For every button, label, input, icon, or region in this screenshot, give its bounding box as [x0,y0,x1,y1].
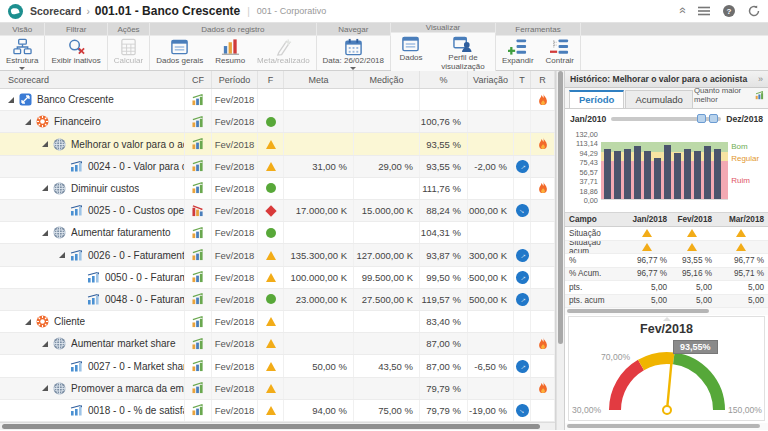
indicator-icon [87,272,100,283]
column-header-t[interactable]: T [514,71,531,88]
table-row[interactable]: 0024 - 0 - Valor para o acionista (SVA)F… [0,156,555,178]
tree-expand-caret[interactable] [25,119,31,125]
table-vertical-scrollbar[interactable] [556,71,564,430]
table-row[interactable]: 0026 - 0 - FaturamentoFev/2018135.300,00… [0,244,555,266]
objective-icon [53,182,66,195]
history-table-row[interactable]: Situação acum. [565,241,768,255]
column-header-varia-o[interactable]: Variação [468,71,514,88]
objective-icon [53,226,66,239]
tree-expand-caret[interactable] [42,385,48,391]
trend-up-chart-icon [185,89,212,110]
history-column-3[interactable]: Mar/2018 [717,213,768,226]
medicao-cell [354,111,420,132]
column-header-per-odo[interactable]: Período [212,71,258,88]
history-bar [684,149,691,199]
help-icon[interactable]: ? [723,5,735,17]
history-bar [614,151,621,199]
farol-cell [258,178,284,199]
table-row[interactable]: Diminuir custosFev/2018111,76 % [0,178,555,200]
table-row[interactable]: Banco CrescenteFev/2018 [0,89,555,111]
table-row[interactable]: 0048 - 0 - Faturamento de outras fontesF… [0,289,555,311]
indicator-icon [70,161,83,172]
table-row[interactable]: 0018 - 0 - % de satisfação dos clientesF… [0,400,555,422]
column-header-%[interactable]: % [420,71,468,88]
history-table-row[interactable]: Situação [565,227,768,241]
exibir-inativos-button[interactable]: Exibir inativos [45,36,106,70]
dados-gerais-button[interactable]: Dados gerais [150,36,209,70]
tree-expand-caret[interactable] [59,252,65,258]
trend-up-chart-icon [185,156,212,177]
tree-expand-caret[interactable] [8,97,14,103]
dados-button[interactable]: Dados [391,33,431,72]
history-column-0[interactable]: Campo [565,213,627,226]
column-header-meta[interactable]: Meta [284,71,354,88]
app-logo-icon [8,4,23,19]
slider-handle-right[interactable] [709,114,718,123]
tab-acumulado[interactable]: Acumulado [625,90,693,108]
table-row[interactable]: Melhorar o valor para o acionistaFev/201… [0,133,555,155]
column-header-r[interactable]: R [531,71,555,88]
tendency-up-icon: → [514,357,531,375]
history-table-scrollbar[interactable] [565,308,768,315]
history-panel: Histórico: Melhorar o valor para o acion… [564,71,768,430]
column-header-scorecard[interactable]: Scorecard [0,71,185,88]
percent-cell: 88,24 % [420,200,468,221]
list-menu-icon[interactable] [698,6,710,16]
history-table-row[interactable]: %96,77 %93,55 %96,77 % [565,254,768,268]
history-column-1[interactable]: Jan/2018 [627,213,672,226]
breadcrumb-app[interactable]: Scorecard [30,5,81,17]
tab-periodo[interactable]: Período [569,90,624,108]
table-row[interactable]: Aumentar market shareFev/201887,00 % [0,333,555,355]
medicao-cell: 27.500,00 K [354,289,420,310]
table-horizontal-scrollbar[interactable] [0,422,555,430]
table-row[interactable]: FinanceiroFev/2018100,76 % [0,111,555,133]
tendency-cell [514,311,531,332]
status-yellow-triangle-icon [687,229,697,237]
flame-icon [537,181,549,195]
tendency-cell: → [514,156,531,177]
tree-expand-caret[interactable] [42,185,48,191]
table-row[interactable]: ClienteFev/201883,40 % [0,311,555,333]
slider-handle-left[interactable] [697,114,706,123]
expandir-button[interactable]: Expandir [496,36,540,70]
legend-bom: Bom [731,142,747,151]
table-row[interactable]: Promover a marca da empresaFev/201879,79… [0,378,555,400]
panel-bottom-scrollbar[interactable] [565,423,768,430]
estrutura-button[interactable]: Estrutura [0,36,44,70]
variacao-cell [468,133,514,154]
column-header-f[interactable]: F [258,71,284,88]
tree-caret-placeholder [59,208,65,214]
table-row[interactable]: 0027 - 0 - Market shareFev/201850,00 %43… [0,355,555,377]
percent-cell: 93,55 % [420,133,468,154]
collapse-ribbon-icon[interactable]: » [675,8,689,14]
tree-expand-caret[interactable] [42,141,48,147]
status-yellow-triangle-icon [642,229,652,237]
resumo-button[interactable]: Resumo [209,36,251,70]
table-row[interactable]: 0025 - 0 - Custos operacionaisFev/201817… [0,200,555,222]
panel-collapse-icon[interactable]: » [758,74,763,84]
alert-cell [531,244,555,265]
table-body: Banco CrescenteFev/2018FinanceiroFev/201… [0,89,555,422]
trend-up-chart-icon [185,355,212,376]
y-tick-label: 132,00 [576,130,598,139]
table-row[interactable]: 0050 - 0 - Faturamento com vendasFev/201… [0,267,555,289]
percent-cell: 87,00 % [420,333,468,354]
tree-expand-caret[interactable] [42,230,48,236]
farol-cell [258,156,284,177]
history-table-row[interactable]: % Acum.96,77 %95,16 %95,71 % [565,268,768,282]
refresh-icon[interactable] [748,5,760,17]
column-header-cf[interactable]: CF [185,71,212,88]
perfil-de-visualiza-o-button[interactable]: Perfil de visualização [431,33,495,72]
tree-expand-caret[interactable] [25,319,31,325]
slider-track[interactable] [611,117,721,121]
column-header-medi-o[interactable]: Medição [354,71,420,88]
contrair-button[interactable]: Contrair [540,36,580,70]
tree-expand-caret[interactable] [42,341,48,347]
data-26-02-2018-button[interactable]: Data: 26/02/2018 [317,36,390,70]
history-column-2[interactable]: Fev/2018 [672,213,717,226]
resize-notch-icon[interactable] [663,317,671,321]
variacao-cell [468,111,514,132]
table-row[interactable]: Aumentar faturamentoFev/2018104,31 % [0,222,555,244]
history-table-row[interactable]: pts. acum5,005,005,00 [565,295,768,309]
history-table-row[interactable]: pts.5,005,005,00 [565,281,768,295]
